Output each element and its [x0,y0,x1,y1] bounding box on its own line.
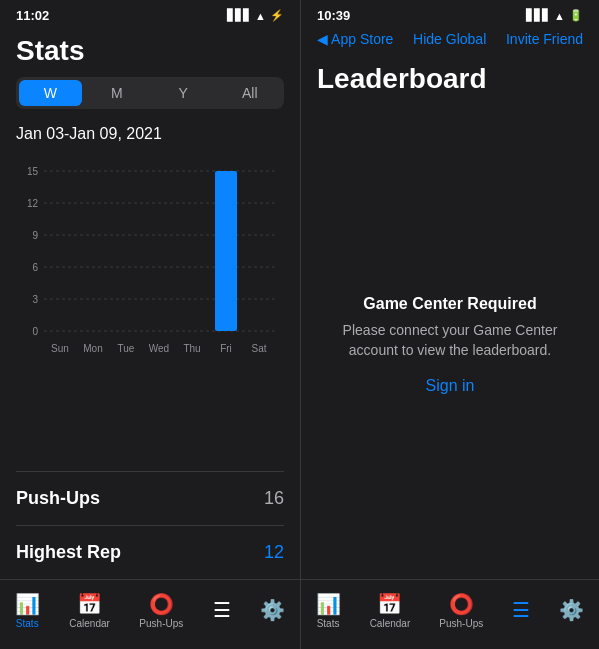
svg-text:6: 6 [32,262,38,273]
tab-item-list-left[interactable]: ☰ [213,598,231,624]
svg-text:Sun: Sun [51,343,69,354]
date-range: Jan 03-Jan 09, 2021 [0,121,300,151]
calendar-tab-label-left: Calendar [69,618,110,629]
period-selector: W M Y All [16,77,284,109]
game-center-title: Game Center Required [363,295,536,313]
svg-text:Fri: Fri [220,343,232,354]
status-icons-left: ▋▋▋ ▲ ⚡ [227,9,284,22]
stats-tab-label-right: Stats [317,618,340,629]
calendar-tab-label-right: Calendar [370,618,411,629]
svg-text:Wed: Wed [149,343,169,354]
battery-icon: ⚡ [270,9,284,22]
time-right: 10:39 [317,8,350,23]
wifi-icon-right: ▲ [554,10,565,22]
list-tab-icon-left: ☰ [213,598,231,622]
period-btn-y[interactable]: Y [152,80,215,106]
calendar-tab-icon-left: 📅 [77,592,102,616]
stats-tab-label-left: Stats [16,618,39,629]
tab-item-pushups-right[interactable]: ⭕ Push-Ups [439,592,483,629]
stat-label-highest-rep: Highest Rep [16,542,121,563]
tab-item-list-right[interactable]: ☰ [512,598,530,624]
period-btn-m[interactable]: M [86,80,149,106]
period-btn-w[interactable]: W [19,80,82,106]
period-btn-all[interactable]: All [219,80,282,106]
status-bar-right: 10:39 ▋▋▋ ▲ 🔋 [301,0,599,27]
svg-text:Tue: Tue [118,343,135,354]
stats-section: Push-Ups 16 Highest Rep 12 [0,471,300,579]
chart-area: 15 12 9 6 3 0 Sun Mon Tue Wed Thu Fri Sa… [0,151,300,471]
pushups-tab-label-right: Push-Ups [439,618,483,629]
svg-text:Sat: Sat [251,343,266,354]
right-panel: 10:39 ▋▋▋ ▲ 🔋 ◀ App Store Hide Global In… [300,0,599,649]
wifi-icon: ▲ [255,10,266,22]
leaderboard-title: Leaderboard [301,55,599,111]
tab-item-settings-left[interactable]: ⚙️ [260,598,285,624]
stat-row-pushups: Push-Ups 16 [16,471,284,525]
tab-item-pushups-left[interactable]: ⭕ Push-Ups [139,592,183,629]
stats-tab-icon-right: 📊 [316,592,341,616]
status-icons-right: ▋▋▋ ▲ 🔋 [526,9,583,22]
pushups-tab-icon-right: ⭕ [449,592,474,616]
right-tab-bar: 📊 Stats 📅 Calendar ⭕ Push-Ups ☰ ⚙️ [301,579,599,649]
tab-item-settings-right[interactable]: ⚙️ [559,598,584,624]
chart-svg: 15 12 9 6 3 0 Sun Mon Tue Wed Thu Fri Sa… [16,151,284,371]
back-link[interactable]: ◀ App Store [317,31,393,47]
settings-tab-icon-right: ⚙️ [559,598,584,622]
invite-friend-link[interactable]: Invite Friend [506,31,583,47]
settings-tab-icon-left: ⚙️ [260,598,285,622]
nav-bar: ◀ App Store Hide Global Invite Friend [301,27,599,55]
left-tab-bar: 📊 Stats 📅 Calendar ⭕ Push-Ups ☰ ⚙️ [0,579,300,649]
stat-row-highest-rep: Highest Rep 12 [16,525,284,579]
sign-in-button[interactable]: Sign in [426,377,475,395]
svg-text:12: 12 [27,198,39,209]
svg-text:Thu: Thu [183,343,200,354]
stat-value-pushups: 16 [264,488,284,509]
tab-item-calendar-right[interactable]: 📅 Calendar [370,592,411,629]
leaderboard-content: Game Center Required Please connect your… [301,111,599,579]
status-bar-left: 11:02 ▋▋▋ ▲ ⚡ [0,0,300,27]
battery-icon-right: 🔋 [569,9,583,22]
svg-text:0: 0 [32,326,38,337]
signal-icon-right: ▋▋▋ [526,9,550,22]
left-panel: 11:02 ▋▋▋ ▲ ⚡ Stats W M Y All Jan 03-Jan… [0,0,300,649]
stat-value-highest-rep: 12 [264,542,284,563]
calendar-tab-icon-right: 📅 [377,592,402,616]
svg-text:3: 3 [32,294,38,305]
stat-label-pushups: Push-Ups [16,488,100,509]
svg-text:Mon: Mon [83,343,102,354]
svg-text:15: 15 [27,166,39,177]
pushups-tab-icon-left: ⭕ [149,592,174,616]
list-tab-icon-right: ☰ [512,598,530,622]
game-center-description: Please connect your Game Center account … [321,321,579,360]
tab-item-calendar-left[interactable]: 📅 Calendar [69,592,110,629]
time-left: 11:02 [16,8,49,23]
page-title: Stats [0,27,300,77]
chart-container: 15 12 9 6 3 0 Sun Mon Tue Wed Thu Fri Sa… [16,151,284,371]
tab-item-stats-left[interactable]: 📊 Stats [15,592,40,629]
pushups-tab-label-left: Push-Ups [139,618,183,629]
stats-tab-icon-left: 📊 [15,592,40,616]
signal-icon: ▋▋▋ [227,9,251,22]
tab-item-stats-right[interactable]: 📊 Stats [316,592,341,629]
bar-fri [215,171,237,331]
hide-global-link[interactable]: Hide Global [413,31,486,47]
svg-text:9: 9 [32,230,38,241]
